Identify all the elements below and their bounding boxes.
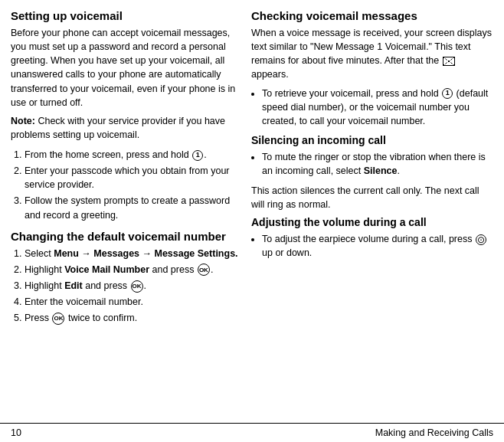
silencing-bullets: To mute the ringer or stop the vibration…	[251, 150, 493, 178]
list-item: Follow the system prompts to create a pa…	[25, 194, 239, 221]
volume-bullets: To adjust the earpiece volume during a c…	[251, 232, 493, 260]
list-item: Select Menu → Messages → Message Setting…	[25, 247, 239, 260]
silence-bullet-text: To mute the ringer or stop the vibration…	[262, 152, 486, 176]
list-item: To adjust the earpiece volume during a c…	[262, 232, 493, 260]
step2-bold: Voice Mail Number	[64, 264, 149, 275]
section-title-volume: Adjusting the volume during a call	[251, 216, 493, 229]
section-setting-up-voicemail: Setting up voicemail Before your phone c…	[11, 9, 239, 222]
silencing-note: This action silences the current call on…	[251, 184, 493, 211]
ok-icon-3: OK	[52, 313, 64, 325]
list-item: To mute the ringer or stop the vibration…	[262, 150, 493, 178]
checking-voicemail-intro: When a voice message is received, your s…	[251, 26, 493, 82]
left-column: Setting up voicemail Before your phone c…	[11, 9, 239, 418]
step1-bold: Menu → Messages → Message Settings.	[54, 248, 237, 259]
bullet1-text: To retrieve your voicemail, press and ho…	[262, 88, 488, 126]
envelope-icon	[443, 57, 455, 66]
section-silencing-call: Silencing an incoming call To mute the r…	[251, 134, 493, 211]
step4-text: Enter the voicemail number.	[25, 296, 143, 307]
scroll-icon	[476, 234, 486, 245]
ok-icon-2: OK	[131, 280, 143, 293]
step2-text: Enter your passcode which you obtain fro…	[25, 165, 230, 190]
list-item: Press OK twice to confirm.	[25, 311, 239, 325]
section-title-silencing: Silencing an incoming call	[251, 134, 493, 147]
step3-bold: Edit	[64, 280, 83, 291]
step1-text: Select Menu → Messages → Message Setting…	[25, 248, 238, 259]
intro-text: When a voice message is received, your s…	[251, 28, 492, 66]
note-label: Note:	[11, 116, 35, 126]
checking-voicemail-bullets: To retrieve your voicemail, press and ho…	[251, 87, 493, 128]
step1-text: From the home screen, press and hold 1.	[25, 149, 207, 160]
section-title-checking-voicemail: Checking voicemail messages	[251, 9, 493, 23]
step2-text: Highlight Voice Mail Number and press OK…	[25, 264, 213, 275]
intro-text2: appears.	[251, 69, 289, 80]
section-checking-voicemail: Checking voicemail messages When a voice…	[251, 9, 493, 128]
footer-page-number: 10	[11, 427, 21, 438]
section-title-change-voicemail: Changing the default voicemail number	[11, 230, 239, 244]
section-title-voicemail-setup: Setting up voicemail	[11, 9, 239, 23]
step3-text: Follow the system prompts to create a pa…	[25, 195, 230, 220]
voicemail-setup-steps: From the home screen, press and hold 1. …	[11, 148, 239, 222]
voicemail-setup-note: Note: Check with your service provider i…	[11, 114, 239, 142]
step3-text: Highlight Edit and press OK.	[25, 280, 146, 291]
list-item: Enter your passcode which you obtain fro…	[25, 164, 239, 192]
volume-bullet-text: To adjust the earpiece volume during a c…	[262, 234, 487, 258]
footer: 10 Making and Receiving Calls	[0, 423, 504, 442]
list-item: Highlight Voice Mail Number and press OK…	[25, 263, 239, 277]
number-one-icon: 1	[192, 150, 203, 161]
list-item: Highlight Edit and press OK.	[25, 279, 239, 293]
ok-icon: OK	[198, 264, 210, 276]
step5-text: Press OK twice to confirm.	[25, 313, 137, 323]
voicemail-setup-intro: Before your phone can accept voicemail m…	[11, 26, 239, 110]
right-column: Checking voicemail messages When a voice…	[251, 9, 493, 418]
section-adjusting-volume: Adjusting the volume during a call To ad…	[251, 216, 493, 260]
list-item: Enter the voicemail number.	[25, 295, 239, 309]
footer-title: Making and Receiving Calls	[375, 427, 493, 438]
list-item: To retrieve your voicemail, press and ho…	[262, 87, 493, 128]
content-area: Setting up voicemail Before your phone c…	[0, 0, 504, 423]
page-container: Setting up voicemail Before your phone c…	[0, 0, 504, 442]
list-item: From the home screen, press and hold 1.	[25, 148, 239, 162]
note-text: Check with your service provider if you …	[11, 116, 225, 140]
number-one-icon-2: 1	[442, 88, 453, 99]
section-change-voicemail-number: Changing the default voicemail number Se…	[11, 230, 239, 326]
silence-bold: Silence	[364, 165, 398, 176]
change-voicemail-steps: Select Menu → Messages → Message Setting…	[11, 247, 239, 326]
